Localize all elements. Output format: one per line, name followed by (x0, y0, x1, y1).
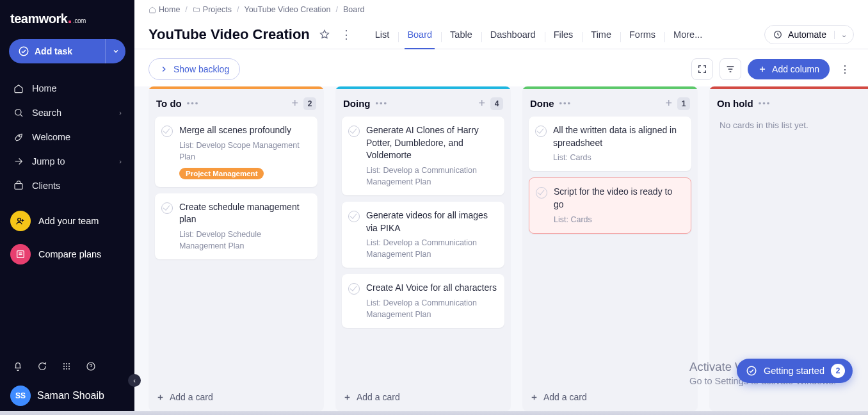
header-more-button[interactable]: ⋮ (339, 28, 353, 42)
column-count: 2 (303, 97, 316, 110)
column-add-button[interactable]: + (665, 97, 672, 110)
column-menu-button[interactable]: ••• (759, 99, 771, 108)
automate-button[interactable]: Automate ⌄ (764, 25, 854, 44)
home-icon (149, 6, 156, 13)
filter-button[interactable] (719, 58, 741, 80)
task-card[interactable]: All the written data is aligned in sprea… (529, 117, 691, 171)
card-title: Script for the video is ready to go (554, 186, 683, 211)
project-header: YouTube Video Creation ⋮ List Board Tabl… (134, 17, 868, 49)
tab-more[interactable]: More... (664, 20, 711, 49)
sidebar-item-welcome[interactable]: Welcome (0, 125, 134, 149)
expand-button[interactable] (691, 58, 713, 80)
add-card-button[interactable]: Add a card (335, 384, 511, 411)
column-menu-button[interactable]: ••• (376, 99, 389, 108)
add-column-label: Add column (772, 64, 819, 74)
brand-logo: teamwork..com (0, 0, 134, 39)
chevron-right-icon: › (119, 158, 122, 165)
tab-label: Table (450, 29, 472, 40)
add-card-label: Add a card (170, 392, 213, 402)
add-team-button[interactable]: Add your team (0, 204, 134, 238)
sidebar-item-jumpto[interactable]: Jump to› (0, 149, 134, 174)
add-task-split[interactable] (105, 39, 125, 63)
checkbox[interactable] (348, 211, 360, 222)
compare-plans-button[interactable]: Compare plans (0, 238, 134, 271)
checkbox[interactable] (348, 283, 360, 295)
getting-started-button[interactable]: Getting started 2 (737, 359, 853, 383)
chat-icon[interactable] (37, 361, 47, 371)
tab-board[interactable]: Board (398, 20, 441, 49)
checkbox[interactable] (536, 187, 547, 199)
breadcrumb-current: Board (343, 5, 364, 14)
svg-point-6 (63, 363, 65, 364)
tab-label: Time (591, 29, 611, 40)
add-column-button[interactable]: Add column (748, 59, 830, 79)
avatar-initials: SS (15, 391, 26, 400)
apps-icon[interactable] (61, 361, 72, 371)
user-menu[interactable]: SS Saman Shoaib (0, 378, 134, 415)
card-meta: List: Develop a Communication Management… (366, 237, 497, 260)
breadcrumb-project[interactable]: YouTube Video Creation (244, 5, 330, 14)
column-add-button[interactable]: + (291, 97, 298, 110)
help-icon[interactable] (86, 361, 96, 371)
column-body: No cards in this list yet. (709, 117, 868, 384)
user-name: Saman Shoaib (37, 390, 104, 402)
task-card[interactable]: Generate videos for all images via PIKA … (342, 202, 504, 268)
tab-files[interactable]: Files (545, 20, 583, 49)
sidebar-nav: Home Search› Welcome Jump to› Clients (0, 75, 134, 199)
compare-plans-label: Compare plans (38, 249, 101, 259)
task-card[interactable]: Merge all scenes profoundly List: Develo… (155, 117, 317, 187)
breadcrumb: Home / Projects / YouTube Video Creation… (134, 0, 868, 17)
collapse-sidebar-button[interactable]: ‹ (128, 374, 141, 387)
breadcrumb-home[interactable]: Home (149, 5, 180, 14)
task-card[interactable]: Create AI Voice for all characters List:… (342, 274, 504, 328)
show-backlog-button[interactable]: Show backlog (149, 58, 240, 80)
plus-icon (156, 393, 165, 402)
bell-icon[interactable] (13, 361, 23, 371)
column-count: 1 (677, 97, 690, 110)
sidebar-item-label: Clients (32, 181, 60, 191)
star-button[interactable] (319, 29, 330, 40)
column-menu-button[interactable]: ••• (187, 99, 200, 108)
board-more-button[interactable]: ⋮ (836, 63, 854, 76)
task-card[interactable]: Create schedule management plan List: De… (155, 193, 317, 259)
column-body: Merge all scenes profoundly List: Develo… (149, 117, 324, 384)
task-card[interactable]: Generate AI Clones of Harry Potter, Dumb… (342, 117, 504, 195)
add-task-button[interactable]: Add task (9, 39, 125, 63)
column-body: Generate AI Clones of Harry Potter, Dumb… (335, 117, 511, 384)
card-title: Generate videos for all images via PIKA (366, 209, 497, 234)
checkbox[interactable] (535, 126, 547, 137)
card-meta: List: Develop Schedule Management Plan (179, 229, 310, 252)
sidebar-tools (0, 352, 134, 378)
column-add-button[interactable]: + (478, 97, 485, 110)
tab-list[interactable]: List (366, 20, 399, 49)
add-card-button[interactable]: Add a card (149, 384, 324, 411)
sidebar-item-search[interactable]: Search› (0, 101, 134, 125)
add-card-button[interactable]: Add a card (522, 384, 698, 411)
checkbox[interactable] (348, 126, 360, 137)
svg-point-9 (63, 366, 65, 367)
breadcrumb-sep: / (185, 5, 187, 14)
column-menu-button[interactable]: ••• (559, 99, 572, 108)
column-title: Doing (343, 98, 371, 109)
tab-time[interactable]: Time (582, 20, 620, 49)
breadcrumb-projects[interactable]: Projects (193, 5, 232, 14)
clients-icon (13, 181, 24, 191)
board-toolbar: Show backlog Add column ⋮ (134, 49, 868, 86)
svg-point-10 (66, 366, 67, 367)
column-title: To do (156, 98, 182, 109)
board-column: To do ••• + 2 Merge all scenes profoundl… (149, 86, 324, 411)
plus-icon (343, 393, 351, 402)
tab-dashboard[interactable]: Dashboard (481, 20, 545, 49)
checkbox[interactable] (161, 202, 173, 214)
breadcrumb-label: Projects (203, 5, 232, 14)
tab-table[interactable]: Table (441, 20, 481, 49)
tab-forms[interactable]: Forms (620, 20, 664, 49)
checkbox[interactable] (161, 126, 173, 137)
add-task-main[interactable]: Add task (9, 45, 105, 57)
task-card[interactable]: Script for the video is ready to go List… (529, 177, 691, 233)
home-icon (13, 83, 24, 94)
jump-icon (13, 156, 24, 167)
board-column: Done ••• + 1 All the written data is ali… (522, 86, 698, 411)
sidebar-item-home[interactable]: Home (0, 76, 134, 101)
sidebar-item-clients[interactable]: Clients (0, 174, 134, 198)
